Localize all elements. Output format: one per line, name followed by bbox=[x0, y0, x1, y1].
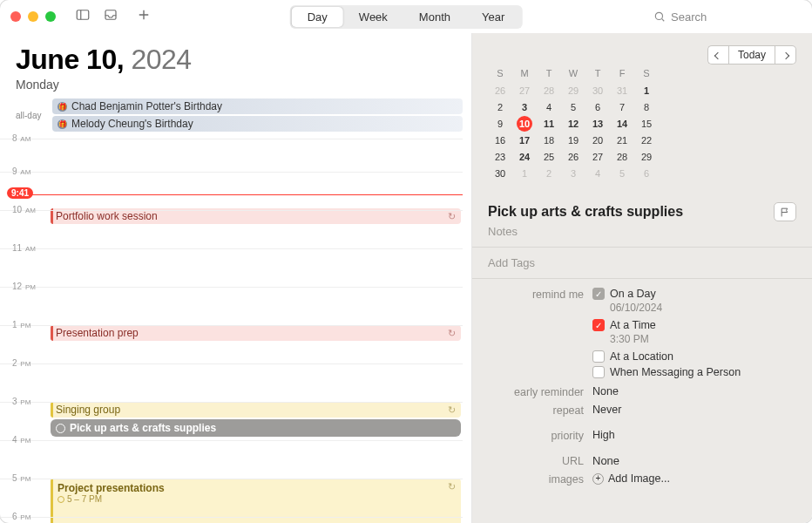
at-a-time-checkbox[interactable]: ✓ At a Time bbox=[592, 319, 796, 331]
toolbar-icons bbox=[75, 7, 152, 26]
flag-button[interactable] bbox=[774, 202, 796, 221]
tags-field[interactable]: Add Tags bbox=[488, 256, 796, 269]
mini-day[interactable]: 4 bbox=[585, 165, 610, 181]
reminder-circle-icon bbox=[56, 424, 65, 433]
reminder-title[interactable]: Pick up arts & crafts supplies bbox=[488, 204, 774, 220]
early-reminder-value[interactable]: None bbox=[592, 385, 796, 397]
mini-day[interactable]: 21 bbox=[610, 132, 634, 148]
mini-day[interactable]: 9 bbox=[488, 115, 512, 132]
on-a-day-checkbox[interactable]: ✓ On a Day bbox=[592, 288, 796, 300]
mini-day[interactable]: 17 bbox=[512, 132, 537, 148]
today-button[interactable]: Today bbox=[728, 45, 775, 65]
mini-day[interactable]: 3 bbox=[512, 98, 537, 115]
mini-day[interactable]: 6 bbox=[585, 98, 610, 115]
next-month-button[interactable] bbox=[775, 45, 796, 65]
hour-line bbox=[0, 325, 463, 326]
mini-day[interactable]: 31 bbox=[610, 82, 634, 98]
mini-day[interactable]: 10 bbox=[512, 115, 537, 132]
mini-day[interactable]: 29 bbox=[634, 148, 659, 165]
mini-day[interactable]: 24 bbox=[512, 148, 537, 165]
search-field[interactable]: Search bbox=[653, 10, 802, 24]
mini-day[interactable]: 27 bbox=[585, 148, 610, 165]
allday-event[interactable]: 🎁Melody Cheung's Birthday bbox=[52, 116, 463, 132]
mini-day[interactable]: 30 bbox=[488, 165, 512, 181]
at-a-time-value[interactable]: 3:30 PM bbox=[610, 333, 796, 345]
prev-month-button[interactable] bbox=[707, 45, 728, 65]
mini-day[interactable]: 19 bbox=[561, 132, 585, 148]
mini-day[interactable]: 16 bbox=[488, 132, 512, 148]
add-image-button[interactable]: + Add Image... bbox=[592, 472, 796, 485]
mini-day[interactable]: 1 bbox=[634, 82, 659, 98]
flag-icon bbox=[780, 207, 791, 218]
mini-day[interactable]: 26 bbox=[561, 148, 585, 165]
minimize-button[interactable] bbox=[28, 11, 38, 22]
mini-day[interactable]: 3 bbox=[561, 165, 585, 181]
url-value[interactable]: None bbox=[592, 454, 796, 467]
mini-day[interactable]: 15 bbox=[634, 115, 659, 132]
event-title: Presentation prep bbox=[56, 327, 139, 339]
mini-day[interactable]: 1 bbox=[512, 165, 537, 181]
view-tab-month[interactable]: Month bbox=[403, 7, 466, 27]
timeline[interactable]: 9:41 Portfolio work session ↻ Presentati… bbox=[0, 139, 471, 513]
mini-day[interactable]: 2 bbox=[537, 165, 561, 181]
mini-day[interactable]: 25 bbox=[537, 148, 561, 165]
mini-day[interactable]: 7 bbox=[610, 98, 634, 115]
mini-day[interactable]: 23 bbox=[488, 148, 512, 165]
event-title: Pick up arts & crafts supplies bbox=[70, 422, 216, 434]
mini-day[interactable]: 20 bbox=[585, 132, 610, 148]
mini-day[interactable]: 28 bbox=[537, 82, 561, 98]
mini-day[interactable]: 13 bbox=[585, 115, 610, 132]
mini-day[interactable]: 4 bbox=[537, 98, 561, 115]
mini-calendar-grid[interactable]: SMTWTFS262728293031123456789101112131415… bbox=[488, 68, 659, 181]
mini-day[interactable]: 30 bbox=[585, 82, 610, 98]
mini-day[interactable]: 18 bbox=[537, 132, 561, 148]
images-label: images bbox=[488, 472, 592, 486]
sidebar-toggle-icon[interactable] bbox=[75, 7, 91, 26]
view-tab-day[interactable]: Day bbox=[292, 7, 343, 27]
repeat-value[interactable]: Never bbox=[592, 404, 796, 416]
current-time-line bbox=[9, 194, 463, 195]
event-pickup-selected[interactable]: Pick up arts & crafts supplies bbox=[51, 419, 461, 437]
allday-event[interactable]: 🎁Chad Benjamin Potter's Birthday bbox=[52, 98, 463, 114]
fullscreen-button[interactable] bbox=[45, 11, 56, 22]
event-presentation[interactable]: Presentation prep ↻ bbox=[51, 325, 461, 341]
mini-day[interactable]: 2 bbox=[488, 98, 512, 115]
mini-calendar-nav: Today bbox=[707, 45, 796, 65]
close-button[interactable] bbox=[10, 11, 21, 22]
notes-field[interactable]: Notes bbox=[488, 225, 796, 238]
mini-day[interactable]: 29 bbox=[561, 82, 585, 98]
hour-label: 4 PM bbox=[12, 435, 30, 445]
mini-day[interactable]: 12 bbox=[561, 115, 585, 132]
when-messaging-checkbox[interactable]: When Messaging a Person bbox=[592, 366, 796, 378]
mini-day[interactable]: 11 bbox=[537, 115, 561, 132]
priority-value[interactable]: High bbox=[592, 429, 796, 441]
day-of-week: Monday bbox=[16, 78, 456, 92]
event-singing[interactable]: Singing group ↻ bbox=[51, 402, 461, 418]
hour-label: 8 AM bbox=[12, 133, 30, 143]
mini-day[interactable]: 5 bbox=[610, 165, 634, 181]
view-tab-week[interactable]: Week bbox=[343, 7, 403, 27]
page-title: June 10, 2024 bbox=[16, 44, 456, 76]
mini-day[interactable]: 27 bbox=[512, 82, 537, 98]
hour-label: 6 PM bbox=[12, 512, 30, 521]
window-titlebar: DayWeekMonthYear Search bbox=[0, 0, 812, 33]
mini-day[interactable]: 6 bbox=[634, 165, 659, 181]
inspector-panel: Today SMTWTFS262728293031123456789101112… bbox=[472, 33, 812, 523]
mini-day[interactable]: 28 bbox=[610, 148, 634, 165]
mini-day[interactable]: 14 bbox=[610, 115, 634, 132]
mini-day[interactable]: 8 bbox=[634, 98, 659, 115]
at-location-checkbox[interactable]: At a Location bbox=[592, 350, 796, 363]
mini-day[interactable]: 26 bbox=[488, 82, 512, 98]
add-event-button[interactable] bbox=[136, 7, 152, 26]
mini-day[interactable]: 22 bbox=[634, 132, 659, 148]
event-title: Project presentations bbox=[58, 482, 165, 494]
mini-day[interactable]: 5 bbox=[561, 98, 585, 115]
repeat-icon: ↻ bbox=[448, 211, 456, 222]
on-a-day-value[interactable]: 06/10/2024 bbox=[610, 302, 796, 314]
plus-circle-icon: + bbox=[592, 473, 604, 485]
mini-dow: S bbox=[488, 68, 512, 82]
url-label: URL bbox=[488, 454, 592, 467]
inbox-icon[interactable] bbox=[103, 7, 118, 26]
view-tab-year[interactable]: Year bbox=[466, 7, 520, 27]
event-time: 5 – 7 PM bbox=[58, 494, 102, 504]
